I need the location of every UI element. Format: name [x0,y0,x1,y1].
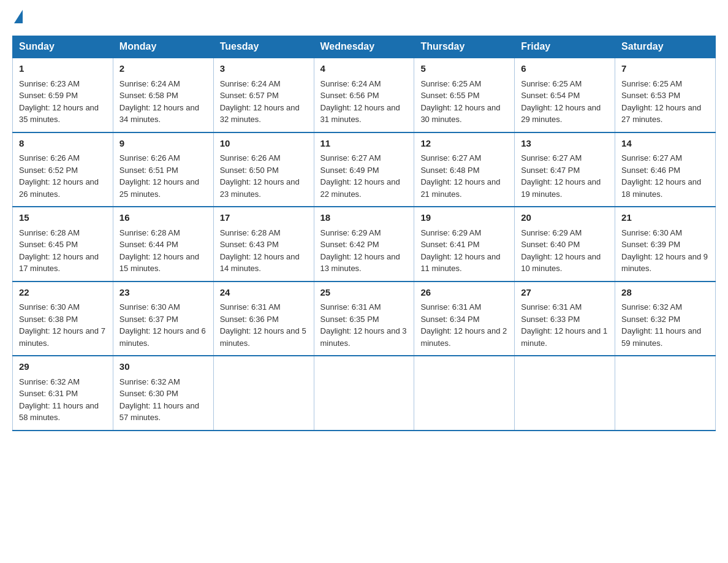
calendar-cell: 6Sunrise: 6:25 AMSunset: 6:54 PMDaylight… [515,58,615,132]
sunrise-label: Sunrise: 6:29 AM [320,228,381,237]
sunrise-label: Sunrise: 6:25 AM [420,79,481,88]
sunset-label: Sunset: 6:54 PM [521,91,580,100]
logo-triangle-icon [14,10,23,23]
sunset-label: Sunset: 6:40 PM [521,240,580,249]
sunrise-label: Sunrise: 6:26 AM [19,153,80,163]
sunset-label: Sunset: 6:33 PM [521,315,580,324]
weekday-header-sunday: Sunday [13,36,113,58]
calendar-cell: 23Sunrise: 6:30 AMSunset: 6:37 PMDayligh… [113,282,213,356]
sunset-label: Sunset: 6:48 PM [420,166,479,175]
sunrise-label: Sunrise: 6:30 AM [19,302,80,312]
day-number: 23 [119,286,207,300]
daylight-label: Daylight: 11 hours and 59 minutes. [621,326,701,348]
calendar-cell: 17Sunrise: 6:28 AMSunset: 6:43 PMDayligh… [213,207,314,282]
sunrise-label: Sunrise: 6:31 AM [220,302,281,312]
day-number: 27 [521,286,609,300]
page-header [12,12,716,23]
weekday-header-thursday: Thursday [414,36,515,58]
day-number: 3 [220,62,308,76]
calendar-cell: 25Sunrise: 6:31 AMSunset: 6:35 PMDayligh… [314,282,414,356]
calendar-week-row: 1Sunrise: 6:23 AMSunset: 6:59 PMDaylight… [13,58,716,132]
sunrise-label: Sunrise: 6:32 AM [621,302,682,312]
sunset-label: Sunset: 6:55 PM [420,91,479,100]
day-number: 13 [521,137,609,151]
sunset-label: Sunset: 6:36 PM [220,315,279,324]
daylight-label: Daylight: 12 hours and 18 minutes. [621,177,701,199]
calendar-cell: 2Sunrise: 6:24 AMSunset: 6:58 PMDaylight… [113,58,213,132]
calendar-cell: 27Sunrise: 6:31 AMSunset: 6:33 PMDayligh… [515,282,615,356]
calendar-cell: 3Sunrise: 6:24 AMSunset: 6:57 PMDaylight… [213,58,314,132]
sunrise-label: Sunrise: 6:28 AM [119,228,180,237]
calendar-week-row: 8Sunrise: 6:26 AMSunset: 6:52 PMDaylight… [13,132,716,207]
weekday-header-saturday: Saturday [615,36,716,58]
calendar-cell: 19Sunrise: 6:29 AMSunset: 6:41 PMDayligh… [414,207,515,282]
day-number: 29 [19,360,107,374]
calendar-cell [414,356,515,431]
daylight-label: Daylight: 12 hours and 23 minutes. [220,177,300,199]
sunset-label: Sunset: 6:58 PM [119,91,178,100]
daylight-label: Daylight: 12 hours and 5 minutes. [220,326,306,348]
sunset-label: Sunset: 6:57 PM [220,91,279,100]
daylight-label: Daylight: 12 hours and 17 minutes. [19,252,99,274]
daylight-label: Daylight: 12 hours and 11 minutes. [420,252,500,274]
daylight-label: Daylight: 12 hours and 26 minutes. [19,177,99,199]
sunset-label: Sunset: 6:42 PM [320,240,379,249]
sunrise-label: Sunrise: 6:25 AM [521,79,582,88]
sunset-label: Sunset: 6:30 PM [119,389,178,398]
sunrise-label: Sunrise: 6:31 AM [420,302,481,312]
sunrise-label: Sunrise: 6:30 AM [119,302,180,312]
day-number: 19 [420,211,508,225]
weekday-header-friday: Friday [515,36,615,58]
daylight-label: Daylight: 12 hours and 32 minutes. [220,103,300,124]
day-number: 12 [420,137,508,151]
calendar-cell: 12Sunrise: 6:27 AMSunset: 6:48 PMDayligh… [414,132,515,207]
day-number: 16 [119,211,207,225]
daylight-label: Daylight: 12 hours and 21 minutes. [420,177,500,199]
daylight-label: Daylight: 12 hours and 35 minutes. [19,103,99,124]
calendar-cell: 9Sunrise: 6:26 AMSunset: 6:51 PMDaylight… [113,132,213,207]
sunrise-label: Sunrise: 6:29 AM [420,228,481,237]
sunset-label: Sunset: 6:44 PM [119,240,178,249]
day-number: 25 [320,286,408,300]
daylight-label: Daylight: 12 hours and 22 minutes. [320,177,400,199]
sunrise-label: Sunrise: 6:26 AM [119,153,180,163]
calendar-cell: 26Sunrise: 6:31 AMSunset: 6:34 PMDayligh… [414,282,515,356]
sunrise-label: Sunrise: 6:26 AM [220,153,281,163]
sunrise-label: Sunrise: 6:24 AM [320,79,381,88]
daylight-label: Daylight: 12 hours and 9 minutes. [621,252,708,274]
sunrise-label: Sunrise: 6:25 AM [621,79,682,88]
calendar-cell: 28Sunrise: 6:32 AMSunset: 6:32 PMDayligh… [615,282,716,356]
sunset-label: Sunset: 6:41 PM [420,240,479,249]
sunrise-label: Sunrise: 6:27 AM [420,153,481,163]
calendar-cell: 21Sunrise: 6:30 AMSunset: 6:39 PMDayligh… [615,207,716,282]
calendar-cell: 10Sunrise: 6:26 AMSunset: 6:50 PMDayligh… [213,132,314,207]
weekday-header-tuesday: Tuesday [213,36,314,58]
sunset-label: Sunset: 6:59 PM [19,91,78,100]
day-number: 8 [19,137,107,151]
day-number: 18 [320,211,408,225]
weekday-header-monday: Monday [113,36,213,58]
daylight-label: Daylight: 12 hours and 25 minutes. [119,177,199,199]
calendar-week-row: 29Sunrise: 6:32 AMSunset: 6:31 PMDayligh… [13,356,716,431]
calendar-body: 1Sunrise: 6:23 AMSunset: 6:59 PMDaylight… [13,58,716,431]
sunrise-label: Sunrise: 6:32 AM [119,377,180,386]
sunrise-label: Sunrise: 6:28 AM [220,228,281,237]
calendar-cell: 7Sunrise: 6:25 AMSunset: 6:53 PMDaylight… [615,58,716,132]
daylight-label: Daylight: 12 hours and 7 minutes. [19,326,105,348]
daylight-label: Daylight: 12 hours and 14 minutes. [220,252,300,274]
sunset-label: Sunset: 6:46 PM [621,166,680,175]
daylight-label: Daylight: 12 hours and 6 minutes. [119,326,206,348]
calendar-cell: 22Sunrise: 6:30 AMSunset: 6:38 PMDayligh… [13,282,113,356]
sunset-label: Sunset: 6:43 PM [220,240,279,249]
calendar-cell [515,356,615,431]
sunrise-label: Sunrise: 6:30 AM [621,228,682,237]
calendar-cell: 16Sunrise: 6:28 AMSunset: 6:44 PMDayligh… [113,207,213,282]
sunset-label: Sunset: 6:37 PM [119,315,178,324]
calendar-cell: 8Sunrise: 6:26 AMSunset: 6:52 PMDaylight… [13,132,113,207]
weekday-header-row: SundayMondayTuesdayWednesdayThursdayFrid… [13,36,716,58]
sunset-label: Sunset: 6:34 PM [420,315,479,324]
daylight-label: Daylight: 12 hours and 34 minutes. [119,103,199,124]
day-number: 22 [19,286,107,300]
calendar-cell: 11Sunrise: 6:27 AMSunset: 6:49 PMDayligh… [314,132,414,207]
sunset-label: Sunset: 6:45 PM [19,240,78,249]
